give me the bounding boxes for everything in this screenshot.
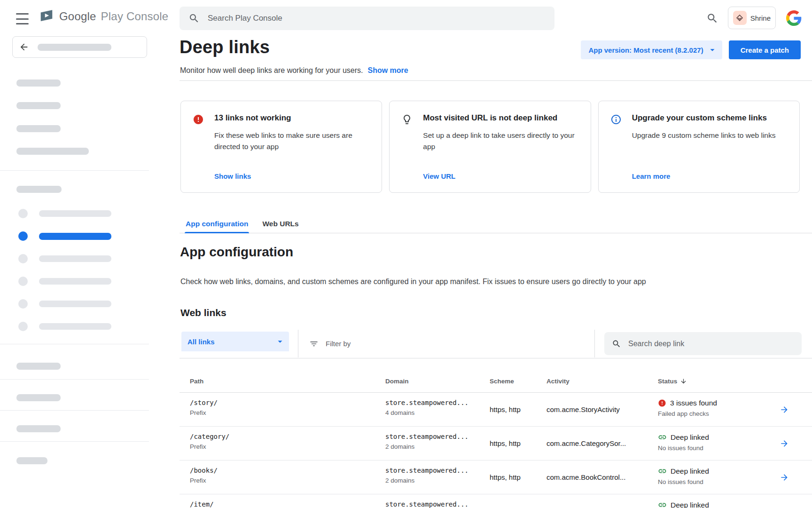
activity-value <box>547 494 658 508</box>
skeleton-bar <box>39 233 111 240</box>
console-search-input[interactable] <box>207 13 546 24</box>
sidebar-item-skeleton[interactable] <box>18 315 131 338</box>
links-filter-dropdown[interactable]: All links <box>181 332 289 351</box>
table-row[interactable]: /category/Prefix store.steampowered...2 … <box>180 427 812 460</box>
status-value: Deep linked <box>671 467 709 476</box>
skeleton-bar <box>38 44 111 51</box>
deep-link-search-bar[interactable] <box>604 332 802 355</box>
open-row-arrow-icon[interactable] <box>780 405 789 414</box>
sidebar-divider <box>0 441 149 442</box>
view-url-link[interactable]: View URL <box>423 172 455 180</box>
caret-down-icon <box>275 336 285 347</box>
card-upgrade-schemes: Upgrade your custom scheme links Upgrade… <box>598 101 800 193</box>
logo-product-text: Play Console <box>101 10 169 23</box>
domain-value: store.steampowered... <box>385 500 490 508</box>
bullet-icon <box>18 322 28 331</box>
sidebar-divider <box>0 344 149 344</box>
main-content: Deep links Monitor how well deep links a… <box>180 36 812 508</box>
column-header-path: Path <box>190 378 385 385</box>
domain-value: store.steampowered... <box>385 467 490 474</box>
page-title: Deep links <box>180 37 270 57</box>
activity-value: com.acme.CategorySor... <box>547 427 658 460</box>
show-more-link[interactable]: Show more <box>368 66 408 75</box>
learn-more-link[interactable]: Learn more <box>632 172 671 180</box>
tab-app-configuration[interactable]: App configuration <box>185 214 249 233</box>
sidebar-item-selected[interactable] <box>18 225 131 247</box>
search-icon <box>188 13 200 24</box>
card-most-visited-url: Most visited URL is not deep linked Set … <box>389 101 591 193</box>
skeleton-bar <box>39 210 111 217</box>
lightbulb-icon <box>401 113 414 192</box>
show-links-link[interactable]: Show links <box>214 172 251 180</box>
tab-bar: App configuration Web URLs <box>180 214 812 233</box>
path-value: /item/ <box>190 500 385 508</box>
skeleton-bar <box>16 425 61 432</box>
google-account-avatar[interactable] <box>786 10 802 26</box>
card-title: 13 links not working <box>214 113 369 123</box>
menu-icon[interactable] <box>16 12 29 25</box>
deep-link-search-input[interactable] <box>627 339 794 349</box>
insight-cards: 13 links not working Fix these web links… <box>180 101 800 193</box>
sidebar-item-skeleton[interactable] <box>18 202 131 225</box>
search-icon <box>612 339 621 349</box>
back-navigation-box[interactable] <box>12 36 147 58</box>
status-value: Deep linked <box>671 501 709 508</box>
bullet-icon <box>18 209 28 218</box>
scheme-value <box>490 494 547 508</box>
sidebar-divider <box>0 170 149 171</box>
skeleton-bar <box>16 363 61 370</box>
skeleton-bar <box>39 278 111 285</box>
sidebar-item-skeleton[interactable] <box>18 293 131 315</box>
status-detail: Failed app checks <box>658 410 780 417</box>
sidebar-item-skeleton[interactable] <box>18 247 131 270</box>
filter-by-button[interactable]: Filter by <box>309 330 351 357</box>
tab-web-urls[interactable]: Web URLs <box>261 214 299 233</box>
table-row[interactable]: /story/Prefix store.steampowered...4 dom… <box>180 393 812 427</box>
domain-count: 4 domains <box>385 409 490 416</box>
arrow-back-icon <box>19 42 29 52</box>
activity-value: com.acme.BookControl... <box>547 460 658 494</box>
sidebar-item-skeleton[interactable] <box>18 270 131 293</box>
skeleton-bar <box>16 79 61 87</box>
domain-count: 2 domains <box>385 477 490 484</box>
path-type: Prefix <box>190 409 385 416</box>
app-version-dropdown[interactable]: App version: Most recent (8.2.027) <box>581 40 722 59</box>
domain-value: store.steampowered... <box>385 399 490 406</box>
skeleton-bar <box>16 102 61 109</box>
play-console-logo[interactable]: Google Play Console <box>39 8 168 24</box>
skeleton-bar <box>16 125 61 132</box>
open-row-arrow-icon[interactable] <box>780 439 789 448</box>
deep-linked-icon <box>658 467 667 476</box>
filter-icon <box>309 339 319 349</box>
card-title: Upgrade your custom scheme links <box>632 113 776 123</box>
google-g-icon <box>786 10 802 26</box>
info-icon <box>610 113 623 192</box>
open-row-arrow-icon[interactable] <box>780 473 789 482</box>
current-app-name: Shrine <box>750 14 771 22</box>
column-header-activity: Activity <box>547 378 658 385</box>
deep-linked-icon <box>658 433 667 442</box>
activity-value: com.acme.StoryActivity <box>547 393 658 426</box>
path-value: /books/ <box>190 467 385 474</box>
card-body-text: Set up a deep link to take users directl… <box>423 130 578 152</box>
status-detail: No issues found <box>658 478 780 485</box>
domain-count: 2 domains <box>385 443 490 450</box>
sidebar-divider <box>0 379 149 380</box>
table-row[interactable]: /books/Prefix store.steampowered...2 dom… <box>180 460 812 494</box>
create-patch-button[interactable]: Create a patch <box>729 40 801 59</box>
status-value: Deep linked <box>671 433 709 442</box>
table-body: /story/Prefix store.steampowered...4 dom… <box>180 393 812 508</box>
console-search-bar[interactable] <box>180 7 554 30</box>
error-icon <box>193 113 205 192</box>
column-header-status[interactable]: Status <box>658 378 780 385</box>
header-divider <box>180 80 812 81</box>
skeleton-bar <box>39 301 111 307</box>
card-title: Most visited URL is not deep linked <box>423 113 578 123</box>
app-switcher-chip[interactable]: Shrine <box>728 7 776 29</box>
search-icon-button[interactable] <box>703 12 717 25</box>
card-links-not-working: 13 links not working Fix these web links… <box>180 101 382 193</box>
path-type: Prefix <box>190 477 385 484</box>
open-row-arrow-icon[interactable] <box>780 507 789 508</box>
table-row[interactable]: /item/ store.steampowered... Deep linked <box>180 494 812 508</box>
column-header-scheme: Scheme <box>490 378 547 385</box>
